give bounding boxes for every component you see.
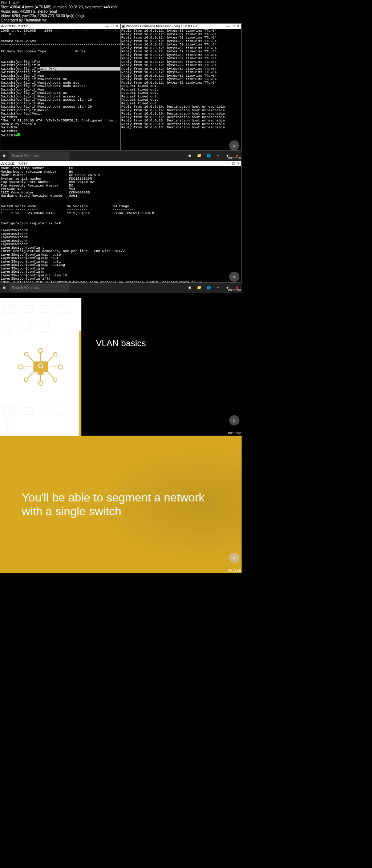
thumbnail-1: 🖧 COM3 - PuTTY — ☐ ✕ 1005 trnet 101005 1… bbox=[0, 23, 242, 161]
putty-terminal[interactable]: 1005 trnet 101005 1500 - - - - - ibm - 0… bbox=[0, 29, 120, 138]
search-input[interactable]: Search Windows bbox=[9, 284, 69, 292]
svg-rect-6 bbox=[4, 407, 15, 415]
slide-heading: You'll be able to segment a network with… bbox=[22, 491, 225, 519]
timestamp-label: 00:00:34 bbox=[228, 288, 241, 292]
svg-point-19 bbox=[39, 381, 43, 385]
svg-point-25 bbox=[53, 378, 57, 381]
putty-task-icon[interactable]: ▪ bbox=[214, 152, 222, 160]
slide-right-panel: VLAN basics bbox=[81, 298, 242, 436]
taskview-icon[interactable]: ▣ bbox=[186, 284, 194, 292]
file-info-block: File: 1.mp4 Size: 4986414 bytes (4.76 Mi… bbox=[0, 0, 372, 23]
thumbnail-2: 🖧 COM3 - PuTTY — ☐ ✕ Model revision numb… bbox=[0, 161, 242, 298]
file-info-line: Audio: aac, 44100 Hz, stereo (eng) bbox=[1, 9, 371, 14]
svg-rect-9 bbox=[58, 407, 67, 415]
svg-point-20 bbox=[19, 365, 23, 369]
play-button[interactable]: ▷ bbox=[229, 272, 239, 282]
search-placeholder: Search Windows bbox=[12, 154, 39, 158]
maximize-button[interactable]: ☐ bbox=[231, 24, 235, 28]
svg-point-21 bbox=[58, 365, 63, 369]
putty-icon: 🖧 bbox=[1, 24, 5, 28]
timestamp-label: 00:00:52 bbox=[228, 431, 241, 435]
start-button[interactable]: ⊞ bbox=[1, 284, 8, 291]
close-button[interactable]: ✕ bbox=[115, 24, 120, 28]
svg-rect-5 bbox=[22, 323, 31, 332]
timestamp-label: 00:00:18 bbox=[228, 156, 241, 160]
terminal-highlight: int f0/2 bbox=[40, 67, 120, 71]
file-info-line: Size: 4986414 bytes (4.76 MiB), duration… bbox=[1, 5, 371, 9]
thumbnail-4: You'll be able to segment a network with… bbox=[0, 436, 242, 573]
terminal-text: Model revision number : E0 Motherboard r… bbox=[1, 166, 202, 289]
putty-icon: 🖧 bbox=[1, 162, 5, 165]
putty-window-full[interactable]: 🖧 COM3 - PuTTY — ☐ ✕ Model revision numb… bbox=[0, 161, 242, 283]
play-button[interactable]: ▷ bbox=[229, 140, 239, 151]
close-button[interactable]: ✕ bbox=[236, 162, 240, 165]
maximize-button[interactable]: ☐ bbox=[110, 24, 114, 28]
cmd-titlebar[interactable]: ▣ Windows Command Processor - ping 10.0.… bbox=[121, 24, 241, 29]
terminal-text: Switch1(config-if)# Switch1(config-if)#s… bbox=[1, 70, 117, 137]
explorer-icon[interactable]: 📁 bbox=[195, 284, 203, 292]
svg-line-14 bbox=[28, 356, 33, 361]
chrome-icon[interactable]: 🌐 bbox=[205, 152, 213, 160]
svg-line-15 bbox=[48, 356, 53, 361]
restore-button[interactable]: ☐ bbox=[231, 162, 235, 165]
svg-rect-1 bbox=[22, 305, 33, 313]
minimize-button[interactable]: — bbox=[226, 24, 230, 28]
file-info-line: Generated by Thumbnail me bbox=[1, 18, 371, 23]
svg-rect-7 bbox=[22, 407, 33, 415]
svg-point-22 bbox=[24, 352, 28, 356]
cmd-icon: ▣ bbox=[122, 24, 126, 28]
cursor-icon bbox=[17, 133, 20, 136]
svg-rect-26 bbox=[33, 361, 48, 372]
putty-task-icon[interactable]: ▪ bbox=[214, 284, 222, 292]
taskbar[interactable]: ⊞ Search Windows ▣ 📁 🌐 ▪ ◈ ▦ bbox=[0, 283, 242, 293]
terminal-text: 1005 trnet 101005 1500 - - - - - ibm - 0… bbox=[1, 29, 120, 71]
putty-terminal-full[interactable]: Model revision number : E0 Motherboard r… bbox=[0, 166, 241, 289]
accent-border bbox=[79, 331, 81, 436]
play-button[interactable]: ▷ bbox=[229, 415, 239, 425]
svg-rect-0 bbox=[4, 305, 15, 313]
svg-point-4 bbox=[5, 323, 13, 332]
putty-title: COM3 - PuTTY bbox=[5, 162, 28, 165]
slide-left-panel bbox=[0, 298, 81, 436]
svg-line-16 bbox=[28, 372, 33, 378]
svg-point-18 bbox=[39, 348, 43, 353]
network-graphic-icon bbox=[13, 345, 68, 389]
cmd-title: Windows Command Processor - ping 10.0.0.… bbox=[126, 24, 198, 28]
svg-point-23 bbox=[53, 352, 57, 356]
file-info-line: File: 1.mp4 bbox=[1, 1, 371, 5]
thumbnail-3: VLAN basics ▷ 00:00:52 bbox=[0, 298, 242, 436]
taskview-icon[interactable]: ▣ bbox=[186, 152, 194, 160]
svg-rect-3 bbox=[58, 305, 69, 313]
cmd-terminal[interactable]: Reply from 10.0.0.12: bytes=32 time<1ms … bbox=[121, 29, 241, 130]
putty-title: COM3 - PuTTY bbox=[5, 24, 28, 28]
search-placeholder: Search Windows bbox=[12, 286, 39, 290]
taskbar[interactable]: ⊞ Search Windows ▣ 📁 🌐 ▪ ◈ ▦ bbox=[0, 151, 242, 161]
close-button[interactable]: ✕ bbox=[236, 24, 240, 28]
putty-titlebar[interactable]: 🖧 COM3 - PuTTY — ☐ ✕ bbox=[0, 24, 120, 29]
chrome-icon[interactable]: 🌐 bbox=[205, 284, 213, 292]
timestamp-label: 00:01:08 bbox=[228, 569, 241, 572]
svg-line-17 bbox=[48, 372, 53, 378]
start-button[interactable]: ⊞ bbox=[1, 152, 8, 159]
svg-rect-28 bbox=[38, 372, 43, 373]
svg-point-24 bbox=[24, 378, 28, 381]
minimize-button[interactable]: — bbox=[226, 162, 230, 165]
slide-title: VLAN basics bbox=[96, 338, 146, 348]
svg-rect-2 bbox=[40, 305, 51, 313]
svg-rect-29 bbox=[37, 373, 44, 375]
explorer-icon[interactable]: 📁 bbox=[195, 152, 203, 160]
cmd-window[interactable]: ▣ Windows Command Processor - ping 10.0.… bbox=[121, 23, 242, 151]
minimize-button[interactable]: — bbox=[105, 24, 109, 28]
file-info-line: Video: h264, yuv420p, 1280x720, 30.00 fp… bbox=[1, 14, 371, 18]
play-button[interactable]: ▷ bbox=[229, 553, 239, 563]
search-input[interactable]: Search Windows bbox=[9, 152, 69, 160]
putty-window[interactable]: 🖧 COM3 - PuTTY — ☐ ✕ 1005 trnet 101005 1… bbox=[0, 23, 121, 151]
putty-titlebar[interactable]: 🖧 COM3 - PuTTY — ☐ ✕ bbox=[0, 161, 241, 166]
svg-point-8 bbox=[43, 407, 52, 415]
